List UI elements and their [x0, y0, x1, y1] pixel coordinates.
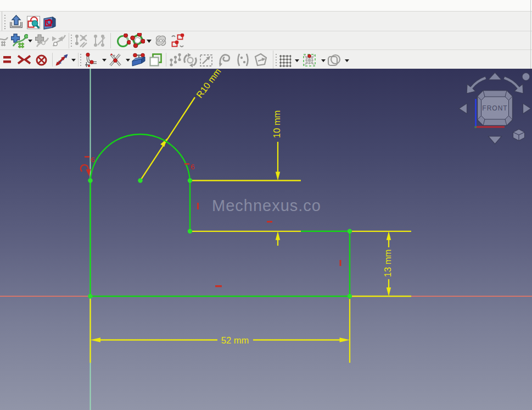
svg-text:52 mm: 52 mm	[221, 335, 249, 345]
svg-text:6: 6	[91, 156, 95, 164]
svg-text:R10 mm: R10 mm	[194, 69, 223, 99]
svg-text:10 mm: 10 mm	[272, 110, 282, 138]
svg-text:6: 6	[191, 163, 195, 171]
svg-text:13 mm: 13 mm	[383, 250, 393, 277]
svg-text:FRONT: FRONT	[482, 104, 507, 112]
